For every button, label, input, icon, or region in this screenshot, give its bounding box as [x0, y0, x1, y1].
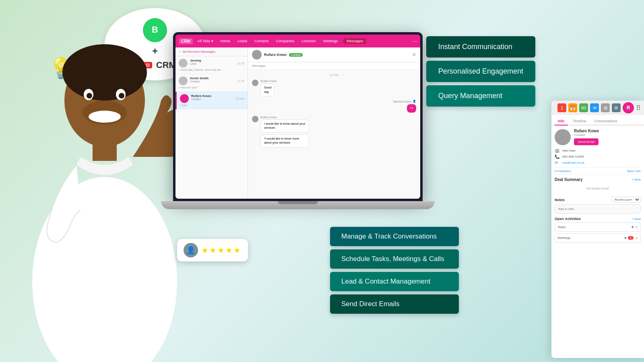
deal-summary-row: Deal Summary + New: [555, 177, 641, 182]
msg-sender-1: Rufaro Kowo: [260, 80, 281, 82]
notes-filter-select[interactable]: Recent Last ▾: [611, 197, 641, 203]
nav-home[interactable]: Home: [218, 38, 233, 44]
feature-box-personalised-engagement: Personalised Engagement: [426, 61, 535, 82]
feature-box-lead-contact: Lead & Contact Management: [330, 272, 459, 291]
contact-type-jeremy: Lead: [190, 62, 201, 65]
followers-link[interactable]: 0 Followers: [555, 169, 571, 173]
more-info-link[interactable]: More Info: [627, 169, 641, 173]
rating-badge: 👤 ★★★★★: [177, 239, 248, 261]
contact-avatar-rufaro: [180, 94, 189, 103]
topbar-grid-icon[interactable]: ⠿: [636, 104, 641, 112]
notes-input-field[interactable]: [555, 204, 641, 214]
msg-bubble-4: *I would like to know more about your se…: [260, 134, 309, 148]
laptop-notch: [278, 201, 318, 204]
activity-tasks-right: 0 ∨: [632, 225, 638, 229]
nav-more-dots[interactable]: ···: [412, 38, 417, 44]
send-email-button[interactable]: Send Email: [574, 138, 599, 145]
nav-companies[interactable]: Companies: [274, 38, 297, 44]
company-icon: 🏢: [555, 148, 560, 153]
topbar-gear-icon[interactable]: ⚙: [612, 103, 621, 112]
nav-licenses[interactable]: Licenses: [299, 38, 318, 44]
contact-item-kevin[interactable]: Kevin Smith Contact 11:24 • How are you?: [175, 74, 248, 92]
phone-icon: 📞: [555, 154, 560, 159]
notes-label: Notes: [555, 198, 565, 202]
chat-close-button[interactable]: ✕: [412, 52, 416, 58]
date-divider: 22 Feb: [252, 74, 416, 76]
chat-main: Rufaro Kowo Contact ✕ Messages 22 Feb Ru…: [248, 47, 420, 199]
contact-type-kevin: Contact: [190, 80, 208, 83]
notes-row: Notes Recent Last ▾: [555, 197, 641, 203]
nav-messages[interactable]: Messages: [343, 38, 366, 44]
tab-conversations[interactable]: Conversations: [591, 117, 621, 125]
contact-time-kevin: 11:24: [237, 80, 244, 82]
contact-avatar-kevin: [179, 76, 188, 85]
contact-time-jeremy: 12:25: [237, 62, 244, 65]
feature-box-manage-track: Manage & Track Conversations: [330, 227, 459, 246]
message-2-right: Takunda Kowo 👤 Hi: [252, 100, 416, 113]
email-icon: ✉: [555, 160, 560, 165]
activity-tasks-row[interactable]: Tasks 0 ∨: [555, 222, 641, 232]
msg-avatar-3: [252, 116, 258, 122]
activity-meetings-row[interactable]: Meetings 0 2 ∨: [555, 233, 641, 243]
panel-phone: 062 896 12569: [562, 155, 584, 158]
tab-timeline[interactable]: Timeline: [570, 117, 590, 125]
crm-panel: 1 📅 60 ✉ ⊞ ⚙ R ⠿ Info Timeline Conversat…: [551, 101, 644, 358]
laptop-base: [161, 201, 435, 209]
laptop-screen: CRM All Tabs ▾ Home Leads Contacts Compa…: [173, 32, 423, 201]
message-1: Rufaro Kowo Good day: [252, 80, 416, 97]
topbar-icon-green[interactable]: 60: [579, 103, 588, 112]
open-activities-label: Open Activities: [555, 217, 581, 221]
nav-contacts[interactable]: Contacts: [252, 38, 271, 44]
nav-meetings[interactable]: Meetings: [321, 38, 341, 44]
svg-point-10: [119, 93, 124, 99]
contact-item-jeremy[interactable]: Jeremy Lead 12:25 • Good day, Jeremy. Ho…: [175, 56, 248, 74]
feature-boxes-bottom: Manage & Track Conversations Schedule Ta…: [330, 227, 459, 314]
feature-box-instant-communication: Instant Communication: [426, 36, 535, 58]
contact-name-jeremy: Jeremy: [190, 59, 201, 62]
crm-interface: CRM All Tabs ▾ Home Leads Contacts Compa…: [175, 35, 420, 199]
tab-info[interactable]: Info: [555, 117, 568, 125]
msg-bubble-1: Good day: [260, 83, 275, 97]
panel-email: rue@hart.co.za: [562, 161, 584, 165]
msg-avatar-1: [252, 80, 258, 86]
msg-sender-2: Takunda Kowo 👤: [393, 100, 416, 103]
activity-meetings-right: 0 2 ∨: [625, 236, 638, 240]
crm-panel-body: Rufaro Kowo Contact Send Email 🏢 Hart Ha…: [551, 125, 644, 358]
deal-summary-label: Deal Summary: [555, 177, 582, 182]
rating-avatar: 👤: [184, 243, 198, 257]
sidebar-back-header[interactable]: ← All Record's Messages: [175, 47, 248, 56]
activities-new-link[interactable]: + New: [632, 217, 641, 221]
panel-contact-avatar: [555, 129, 571, 145]
messages-sidebar: ← All Record's Messages Jeremy Lead: [175, 47, 248, 199]
contact-item-rufaro[interactable]: Rufaro Kowo Contact 22 Feb • cool: [175, 92, 248, 109]
topbar-icon-red[interactable]: 1: [557, 103, 566, 112]
feature-box-query-management: Query Management: [426, 85, 535, 107]
contact-preview-rufaro: • cool: [180, 104, 244, 107]
deal-new-link[interactable]: + New: [632, 178, 641, 181]
panel-followers-row: 0 Followers More Info: [555, 167, 641, 175]
topbar-icon-mail[interactable]: ✉: [590, 103, 599, 112]
topbar-user-avatar[interactable]: R: [623, 102, 634, 113]
contact-preview-kevin: • How are you?: [179, 86, 244, 89]
message-3: Rufaro Kowo I would like to know about y…: [252, 116, 416, 148]
topbar-icon-calendar[interactable]: 📅: [568, 103, 577, 112]
panel-contact-type: Contact: [574, 133, 599, 137]
contact-type-rufaro: Contact: [191, 98, 211, 101]
activity-meetings-badge: 2: [628, 236, 634, 240]
svg-point-6: [89, 111, 121, 123]
contact-preview-jeremy: • Good day, Jeremy. How may we...: [179, 68, 244, 71]
nav-leads[interactable]: Leads: [235, 38, 250, 44]
crm-body: ← All Record's Messages Jeremy Lead: [175, 47, 420, 199]
contact-name-rufaro: Rufaro Kowo: [191, 94, 211, 98]
panel-company-row: 🏢 Hart Hart: [555, 148, 641, 153]
topbar-icon-gray[interactable]: ⊞: [601, 103, 610, 112]
activity-meetings-label: Meetings: [557, 236, 570, 240]
contact-time-rufaro: 22 Feb: [235, 97, 244, 100]
crm-nav: CRM All Tabs ▾ Home Leads Contacts Compa…: [175, 35, 420, 47]
chat-header-left: Rufaro Kowo Contact: [252, 50, 303, 60]
nav-all-tabs[interactable]: All Tabs ▾: [195, 38, 216, 44]
crm-panel-tabs: Info Timeline Conversations: [551, 115, 644, 125]
chat-messages-area: 22 Feb Rufaro Kowo Good day Takunda Kowo…: [248, 70, 420, 199]
star-rating: ★★★★★: [201, 245, 242, 255]
activity-meetings-count: 0: [625, 236, 626, 240]
